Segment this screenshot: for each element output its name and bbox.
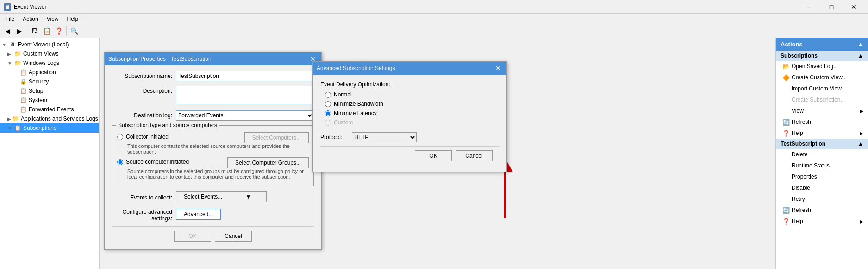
- setup-label: Setup: [29, 88, 43, 94]
- system-icon: 📋: [19, 96, 27, 104]
- apps-services-icon: 📁: [12, 115, 19, 122]
- action-runtime-status[interactable]: Runtime Status: [776, 160, 868, 171]
- action-import-custom-view[interactable]: Import Custom View...: [776, 83, 868, 94]
- menu-file[interactable]: File: [2, 15, 18, 23]
- tree-item-custom-views[interactable]: ▶ 📁 Custom Views: [0, 49, 99, 58]
- action-help2-label: Help: [792, 218, 803, 224]
- menu-help[interactable]: Help: [63, 15, 82, 23]
- application-icon: 📋: [19, 69, 27, 76]
- forward-button[interactable]: ▶: [14, 26, 25, 37]
- select-events-arrow[interactable]: ▼: [230, 191, 267, 202]
- toolbar: ◀ ▶ 🖫 📋 ❓ 🔍: [0, 24, 868, 38]
- action-refresh2[interactable]: 🔄 Refresh: [776, 205, 868, 216]
- action-retry-label: Retry: [792, 196, 805, 202]
- actions-collapse-icon: ▲: [857, 41, 863, 48]
- toolbar-separator: [27, 26, 27, 36]
- maximize-button[interactable]: □: [821, 0, 842, 14]
- action-create-subscription[interactable]: Create Subscription...: [776, 94, 868, 105]
- action-delete[interactable]: Delete: [776, 149, 868, 160]
- destination-log-select[interactable]: Forwarded Events: [176, 110, 314, 121]
- action-retry[interactable]: Retry: [776, 193, 868, 205]
- open-log-button[interactable]: 🖫: [29, 26, 40, 37]
- adv-minlat-radio[interactable]: [325, 110, 331, 116]
- action-help2[interactable]: ❓ Help ▶: [776, 216, 868, 227]
- search-toolbar-button[interactable]: 🔍: [69, 26, 80, 37]
- action-disable[interactable]: Disable: [776, 182, 868, 193]
- tree-item-application[interactable]: 📋 Application: [0, 68, 99, 77]
- action-open-saved-log[interactable]: 📂 Open Saved Log...: [776, 61, 868, 72]
- source-radio[interactable]: [117, 159, 123, 165]
- action-properties[interactable]: Properties: [776, 171, 868, 182]
- subscription-dialog-titlebar: Subscription Properties - TestSubscripti…: [105, 52, 321, 65]
- collector-radio-label: Collector initiated: [126, 134, 169, 140]
- action-properties-label: Properties: [792, 173, 817, 180]
- custom-views-icon: 📁: [14, 50, 21, 58]
- select-computers-button[interactable]: Select Computers...: [244, 132, 309, 143]
- configure-advanced-label: Configure advanced settings:: [112, 207, 172, 222]
- tree-item-apps-services[interactable]: ▶ 📁 Applications and Services Logs: [0, 114, 99, 123]
- select-events-split: Select Events... ▼: [176, 191, 267, 202]
- advanced-button[interactable]: Advanced...: [176, 209, 221, 220]
- toolbar-separator2: [66, 26, 67, 36]
- event-delivery-title: Event Delivery Optimization:: [320, 81, 499, 88]
- action-create-custom-view[interactable]: 🔶 Create Custom View...: [776, 72, 868, 83]
- adv-cancel-button[interactable]: Cancel: [456, 150, 493, 161]
- application-label: Application: [29, 69, 56, 76]
- windows-logs-label: Windows Logs: [23, 60, 59, 66]
- app-icon: 📋: [4, 3, 11, 11]
- subscription-type-group: Subscription type and source computers C…: [112, 125, 314, 186]
- adv-custom-row: Custom: [320, 119, 499, 126]
- tree-item-setup[interactable]: 📋 Setup: [0, 86, 99, 96]
- adv-minbw-row: Minimize Bandwidth: [320, 101, 499, 107]
- toggle-custom-views: ▶: [7, 51, 13, 57]
- adv-custom-radio[interactable]: [325, 120, 331, 126]
- refresh2-icon: 🔄: [782, 206, 790, 214]
- close-window-button[interactable]: ✕: [843, 0, 864, 14]
- menu-view[interactable]: View: [43, 15, 62, 23]
- collector-radio[interactable]: [117, 134, 123, 140]
- tree-item-subscriptions[interactable]: ▼ 📋 Subscriptions: [0, 123, 99, 133]
- action-help[interactable]: ❓ Help ▶: [776, 128, 868, 139]
- destination-log-row: Destination log: Forwarded Events: [112, 110, 314, 121]
- tree-item-event-viewer[interactable]: ▼ 🖥 Event Viewer (Local): [0, 40, 99, 49]
- adv-normal-radio[interactable]: [325, 92, 331, 98]
- events-to-collect-label: Events to collect:: [112, 192, 172, 201]
- subscriptions-label: Subscriptions: [23, 125, 56, 131]
- advanced-subscription-dialog: Advanced Subscription Settings ✕ Event D…: [312, 61, 507, 172]
- properties-toolbar-button[interactable]: 📋: [41, 26, 52, 37]
- action-disable-label: Disable: [792, 185, 810, 191]
- event-viewer-label: Event Viewer (Local): [18, 41, 69, 48]
- adv-ok-button[interactable]: OK: [415, 150, 452, 161]
- adv-minlat-label: Minimize Latency: [334, 110, 377, 116]
- source-radio-row: Source computer initiated: [117, 159, 189, 165]
- source-radio-label: Source computer initiated: [126, 159, 189, 165]
- description-input[interactable]: [176, 86, 314, 104]
- adv-minbw-radio[interactable]: [325, 101, 331, 107]
- back-button[interactable]: ◀: [2, 26, 13, 37]
- subscription-ok-button[interactable]: OK: [174, 231, 211, 242]
- tree-item-security[interactable]: 🔒 Security: [0, 77, 99, 86]
- adv-normal-label: Normal: [334, 91, 352, 98]
- tree-item-system[interactable]: 📋 System: [0, 96, 99, 105]
- subscription-cancel-button[interactable]: Cancel: [215, 231, 252, 242]
- action-refresh[interactable]: 🔄 Refresh: [776, 116, 868, 128]
- menu-action[interactable]: Action: [19, 15, 42, 23]
- adv-protocol-select[interactable]: HTTP HTTPS: [352, 132, 417, 142]
- actions-title: Actions: [781, 41, 803, 48]
- actions-section-subscriptions: Subscriptions ▲: [776, 51, 868, 61]
- select-events-button[interactable]: Select Events...: [176, 191, 230, 202]
- delete-icon: [782, 151, 790, 158]
- select-computer-groups-button[interactable]: Select Computer Groups...: [227, 157, 309, 168]
- collector-radio-row: Collector initiated: [117, 134, 169, 140]
- help-toolbar-button[interactable]: ❓: [53, 26, 64, 37]
- advanced-dialog-close[interactable]: ✕: [493, 64, 503, 72]
- tree-item-forwarded-events[interactable]: 📋 Forwarded Events: [0, 105, 99, 114]
- action-delete-label: Delete: [792, 151, 808, 158]
- toggle-apps-services: ▶: [7, 116, 11, 122]
- subscription-name-input[interactable]: [176, 71, 314, 81]
- action-view[interactable]: View ▶: [776, 105, 868, 116]
- toggle-subscriptions: ▼: [7, 126, 13, 131]
- tree-item-windows-logs[interactable]: ▼ 📁 Windows Logs: [0, 58, 99, 68]
- right-panel: Subscription Properties - TestSubscripti…: [100, 38, 775, 269]
- minimize-button[interactable]: ─: [799, 0, 820, 14]
